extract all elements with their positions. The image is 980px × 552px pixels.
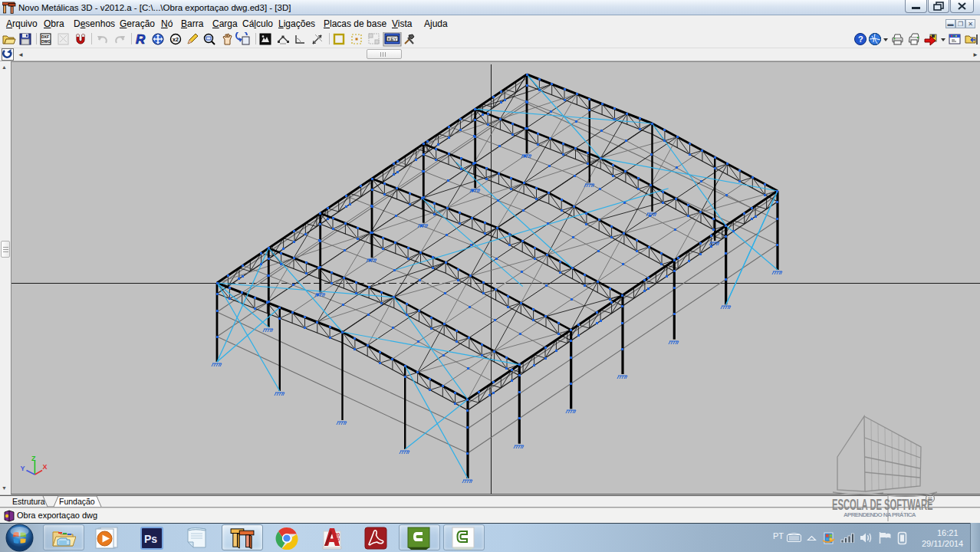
svg-text:?: ? [858,34,863,44]
svg-text:KEY: KEY [388,37,397,41]
svg-text:Y: Y [21,465,25,472]
svg-text:Ps: Ps [144,533,157,545]
svg-text:10: 10 [334,537,340,542]
svg-text:x2: x2 [173,37,179,42]
svg-text:R: R [928,495,932,502]
svg-text:APRENDENDO NA PRÁTICA: APRENDENDO NA PRÁTICA [844,511,916,518]
svg-text:DWG: DWG [41,39,51,44]
svg-text:X: X [43,463,48,471]
svg-text:Estrutura: Estrutura [12,497,45,506]
svg-text:Fundação: Fundação [59,497,95,506]
svg-text:ESCOLA DE SOFTWARE: ESCOLA DE SOFTWARE [832,495,933,512]
svg-text:R: R [136,32,146,47]
svg-text:Z: Z [31,455,36,462]
